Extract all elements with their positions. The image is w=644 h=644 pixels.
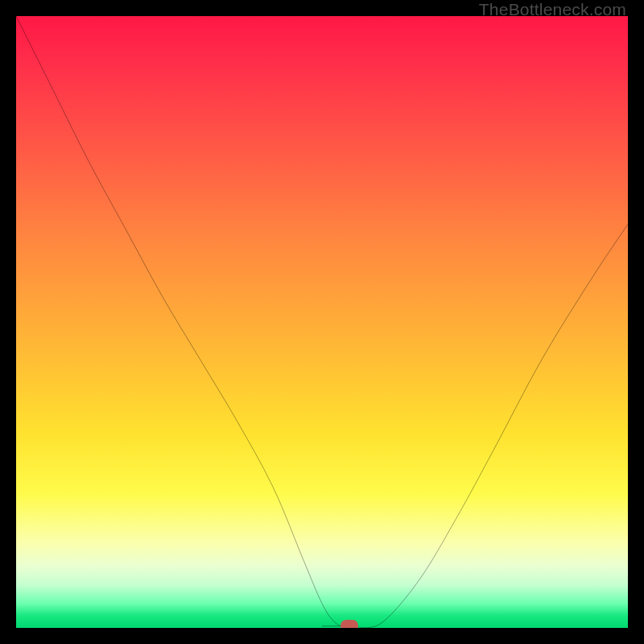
chart-frame: TheBottleneck.com — [0, 0, 644, 644]
optimal-point-marker — [341, 620, 358, 628]
watermark-text: TheBottleneck.com — [479, 0, 626, 19]
plot-area — [16, 16, 628, 628]
bottleneck-curve — [16, 16, 628, 628]
